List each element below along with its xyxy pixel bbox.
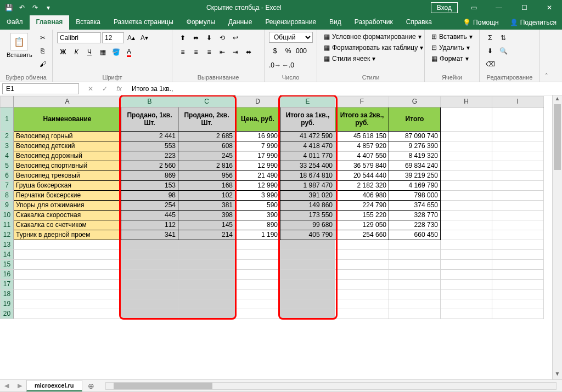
empty-cell[interactable] [178, 240, 235, 249]
table-cell[interactable]: 2 560 [121, 161, 178, 171]
header-cell[interactable]: Итого [389, 107, 441, 131]
empty-cell[interactable] [441, 249, 492, 259]
formula-bar[interactable]: Итого за 1кв., [128, 84, 562, 94]
align-top-icon[interactable]: ⬆ [177, 32, 189, 44]
empty-cell[interactable] [441, 309, 492, 319]
empty-cell[interactable] [280, 269, 335, 279]
horizontal-scrollbar[interactable] [105, 382, 557, 390]
empty-cell[interactable] [280, 299, 335, 309]
signin-button[interactable]: Вход [431, 2, 458, 13]
empty-cell[interactable] [492, 279, 544, 289]
table-cell[interactable]: 245 [178, 151, 235, 161]
table-cell[interactable]: 20 544 440 [335, 171, 389, 180]
table-cell[interactable]: 155 220 [335, 210, 389, 220]
table-cell[interactable]: 660 450 [389, 230, 441, 240]
empty-cell[interactable] [121, 269, 178, 279]
table-cell[interactable]: 2 182 320 [335, 180, 389, 190]
empty-cell[interactable] [389, 249, 441, 259]
confirm-formula-icon[interactable]: ✓ [100, 85, 110, 93]
align-right-icon[interactable]: ≡ [203, 46, 215, 58]
font-name-input[interactable] [57, 32, 101, 43]
sort-filter-icon[interactable]: ⇅ [497, 32, 509, 44]
tab-файл[interactable]: Файл [0, 15, 30, 30]
row-header-18[interactable]: 18 [1, 289, 14, 299]
tab-вид[interactable]: Вид [323, 15, 348, 30]
empty-cell[interactable] [14, 269, 121, 279]
empty-cell[interactable] [280, 240, 335, 249]
header-cell[interactable]: Итого за 2кв., руб. [335, 107, 389, 131]
tab-формулы[interactable]: Формулы [180, 15, 222, 30]
empty-cell[interactable] [441, 269, 492, 279]
align-middle-icon[interactable]: ⬌ [190, 32, 202, 44]
empty-cell[interactable] [492, 289, 544, 299]
empty-cell[interactable] [335, 249, 389, 259]
empty-cell[interactable] [492, 240, 544, 249]
empty-cell[interactable] [14, 309, 121, 319]
table-cell[interactable]: 145 [178, 220, 235, 230]
empty-cell[interactable] [280, 249, 335, 259]
table-cell[interactable]: 12 990 [235, 180, 280, 190]
close-icon[interactable]: ✕ [537, 0, 562, 15]
empty-cell[interactable] [389, 279, 441, 289]
table-cell[interactable]: Велосипед трековый [14, 171, 121, 180]
cut-icon[interactable]: ✂ [37, 32, 49, 44]
table-cell[interactable]: 405 790 [280, 230, 335, 240]
table-cell[interactable]: 45 618 150 [335, 131, 389, 141]
decrease-font-icon[interactable]: A▾ [138, 32, 150, 44]
orientation-icon[interactable]: ⟲ [216, 32, 228, 44]
empty-cell[interactable] [235, 269, 280, 279]
empty-cell[interactable] [280, 289, 335, 299]
empty-cell[interactable] [441, 240, 492, 249]
row-header-14[interactable]: 14 [1, 249, 14, 259]
minimize-icon[interactable]: — [486, 0, 512, 15]
empty-cell[interactable] [178, 249, 235, 259]
fx-icon[interactable]: fx [114, 85, 124, 93]
table-cell[interactable]: 374 650 [389, 200, 441, 210]
delete-cells-button[interactable]: ⊟ Удалить ▾ [429, 43, 472, 53]
empty-cell[interactable] [492, 269, 544, 279]
table-cell[interactable]: 890 [235, 220, 280, 230]
empty-cell[interactable] [335, 259, 389, 269]
table-cell[interactable]: Велосипед детский [14, 141, 121, 151]
empty-cell[interactable] [121, 309, 178, 319]
table-cell[interactable]: Упоры для отжимания [14, 200, 121, 210]
empty-cell[interactable] [492, 309, 544, 319]
empty-cell[interactable] [335, 289, 389, 299]
empty-cell[interactable] [441, 259, 492, 269]
empty-cell[interactable] [14, 289, 121, 299]
row-header-7[interactable]: 7 [1, 180, 14, 190]
empty-cell[interactable] [121, 259, 178, 269]
find-icon[interactable]: 🔍 [497, 45, 509, 57]
table-cell[interactable]: 608 [178, 141, 235, 151]
column-header-B[interactable]: B [121, 96, 178, 107]
row-header-13[interactable]: 13 [1, 240, 14, 249]
vertical-scrollbar[interactable]: ▲ ▼ [552, 95, 562, 379]
empty-cell[interactable] [121, 249, 178, 259]
format-painter-icon[interactable]: 🖌 [37, 58, 49, 70]
table-cell[interactable]: 4 857 920 [335, 141, 389, 151]
tab-разработчик[interactable]: Разработчик [348, 15, 400, 30]
tab-данные[interactable]: Данные [222, 15, 258, 30]
empty-cell[interactable] [441, 279, 492, 289]
empty-cell[interactable] [235, 259, 280, 269]
empty-cell[interactable] [235, 249, 280, 259]
collapse-ribbon-icon[interactable]: ˄ [540, 30, 553, 82]
table-cell[interactable]: 129 050 [335, 220, 389, 230]
empty-cell[interactable] [121, 279, 178, 289]
empty-cell[interactable] [14, 240, 121, 249]
table-cell[interactable]: 2 816 [178, 161, 235, 171]
table-cell[interactable]: 8 419 320 [389, 151, 441, 161]
empty-cell[interactable] [280, 259, 335, 269]
sheet-nav-next-icon[interactable]: ▶ [13, 382, 26, 389]
format-cells-button[interactable]: ▦ Формат ▾ [429, 54, 471, 64]
column-header-G[interactable]: G [389, 96, 441, 107]
fill-color-icon[interactable]: 🪣 [110, 46, 122, 58]
empty-cell[interactable] [335, 240, 389, 249]
row-header-3[interactable]: 3 [1, 141, 14, 151]
decrease-indent-icon[interactable]: ⇤ [216, 46, 228, 58]
qat-dropdown-icon[interactable]: ▾ [44, 3, 53, 12]
header-cell[interactable]: Цена, руб. [235, 107, 280, 131]
row-header-20[interactable]: 20 [1, 309, 14, 319]
table-cell[interactable]: 98 [121, 190, 178, 200]
empty-cell[interactable] [235, 309, 280, 319]
